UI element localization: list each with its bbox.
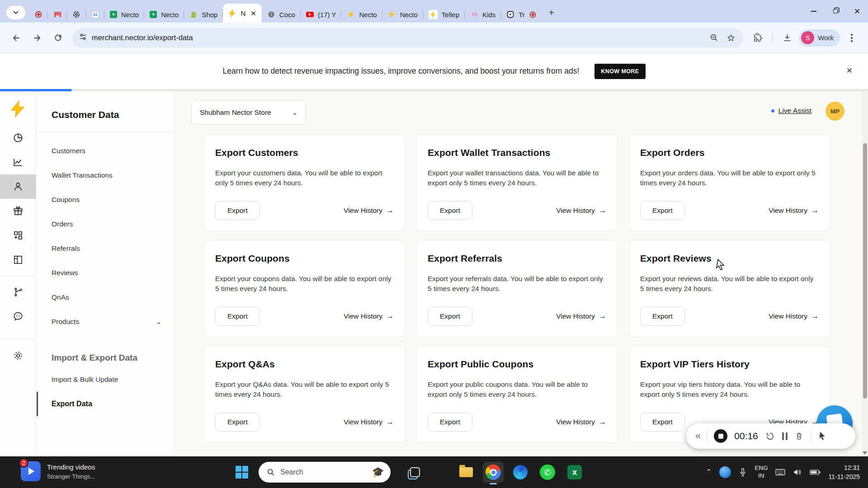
- download-icon[interactable]: [778, 29, 796, 47]
- language-indicator[interactable]: ENGIN: [755, 465, 768, 480]
- tab-gmail[interactable]: [48, 6, 67, 23]
- tab-coco[interactable]: Coco: [262, 6, 301, 23]
- store-selector-dropdown[interactable]: Shubham Nector Store ⌄: [191, 100, 306, 125]
- widgets-button[interactable]: 2 Trending videos Stranger Things...: [21, 461, 95, 481]
- view-history-link[interactable]: View History→: [769, 312, 819, 321]
- tab-shopify[interactable]: Shop: [184, 6, 223, 23]
- sidebar-item-coupons[interactable]: Coupons: [37, 188, 174, 212]
- tray-overflow-chevron-icon[interactable]: ⌃: [706, 468, 712, 476]
- rail-integrations-icon[interactable]: [0, 280, 36, 304]
- start-button[interactable]: [231, 462, 252, 483]
- tray-app-icon[interactable]: [719, 466, 731, 478]
- window-close-button[interactable]: ✕: [846, 0, 868, 23]
- collapse-toolbar-icon[interactable]: «: [695, 430, 700, 442]
- touch-keyboard-icon[interactable]: [775, 469, 785, 476]
- sidebar-item-referrals[interactable]: Referrals: [37, 236, 174, 261]
- new-tab-button[interactable]: +: [545, 6, 558, 19]
- rail-customers-icon[interactable]: [0, 174, 36, 199]
- sidebar-item-products[interactable]: Products⌄: [37, 310, 174, 334]
- tab-tripetto[interactable]: Tr: [501, 6, 542, 23]
- volume-icon[interactable]: [793, 468, 802, 476]
- view-history-link[interactable]: View History→: [556, 206, 606, 215]
- task-view-button[interactable]: [403, 462, 424, 483]
- reload-button[interactable]: [49, 29, 67, 47]
- window-restore-button[interactable]: [825, 0, 846, 23]
- rail-settings-gear-icon[interactable]: [0, 343, 36, 368]
- microphone-icon[interactable]: [739, 467, 747, 477]
- scrollbar-thumb[interactable]: [863, 143, 867, 399]
- window-minimize-button[interactable]: [803, 0, 825, 23]
- forward-button[interactable]: [28, 29, 46, 47]
- view-history-link[interactable]: View History→: [556, 312, 606, 321]
- view-history-link[interactable]: View History→: [344, 206, 394, 215]
- rail-pages-icon[interactable]: [0, 248, 36, 272]
- excel-button[interactable]: x: [564, 462, 585, 483]
- file-explorer-button[interactable]: [456, 462, 476, 483]
- bookmark-star-icon[interactable]: [723, 30, 739, 46]
- sidebar-item-customers[interactable]: Customers: [37, 139, 174, 163]
- tab-nector-sheet-2[interactable]: + Necto: [144, 6, 184, 23]
- tab-youtube[interactable]: (17) Y: [301, 6, 342, 23]
- live-assist-link[interactable]: Live Assist: [771, 107, 811, 115]
- chrome-button[interactable]: [483, 462, 504, 483]
- tab-kids[interactable]: Yo Kids: [465, 6, 501, 23]
- export-button[interactable]: Export: [215, 413, 260, 432]
- rail-rewards-icon[interactable]: [0, 199, 36, 223]
- whatsapp-button[interactable]: ✆: [537, 462, 558, 483]
- stop-recording-button[interactable]: [714, 429, 727, 443]
- sidebar-item-wallet-transactions[interactable]: Wallet Transactions: [37, 163, 174, 188]
- nector-logo-icon[interactable]: [0, 97, 36, 121]
- tab-search-button[interactable]: [6, 6, 25, 19]
- export-button[interactable]: Export: [640, 201, 685, 220]
- delete-recording-icon[interactable]: [794, 431, 804, 441]
- tab-nector-sheet-1[interactable]: + Necto: [104, 6, 144, 23]
- sidebar-item-reviews[interactable]: Reviews: [37, 261, 174, 285]
- browser-menu-icon[interactable]: [843, 29, 861, 47]
- sidebar-item-qnas[interactable]: QnAs: [37, 285, 174, 310]
- tab-chatgpt[interactable]: [67, 6, 86, 23]
- rail-analytics-pie-icon[interactable]: [0, 126, 36, 150]
- tab-nector-active[interactable]: N ✕: [223, 4, 261, 23]
- export-button[interactable]: Export: [215, 307, 260, 326]
- back-button[interactable]: [7, 29, 25, 47]
- page-scrollbar[interactable]: [862, 91, 868, 456]
- scrollbar-down-arrow[interactable]: [863, 451, 867, 455]
- site-settings-icon[interactable]: [79, 33, 87, 43]
- battery-icon[interactable]: [810, 469, 821, 475]
- taskbar-search[interactable]: Search 🎓: [259, 462, 391, 483]
- export-button[interactable]: Export: [428, 307, 472, 326]
- user-avatar[interactable]: MP: [826, 102, 844, 121]
- export-button[interactable]: Export: [640, 307, 685, 326]
- export-button[interactable]: Export: [640, 413, 685, 432]
- know-more-button[interactable]: KNOW MORE: [594, 64, 645, 79]
- view-history-link[interactable]: View History→: [556, 418, 606, 427]
- rail-reports-icon[interactable]: [0, 150, 36, 174]
- tab-telleport[interactable]: Tellep: [423, 6, 465, 23]
- sidebar-item-import-bulk-update[interactable]: Import & Bulk Update: [37, 367, 174, 392]
- view-history-link[interactable]: View History→: [344, 312, 394, 321]
- rail-apps-icon[interactable]: [0, 223, 36, 248]
- url-bar[interactable]: merchant.nector.io/export-data: [72, 28, 743, 48]
- rail-support-chat-icon[interactable]: [0, 304, 36, 328]
- pause-recording-icon[interactable]: [782, 432, 788, 440]
- clock[interactable]: 12:31 11-11-2025: [828, 463, 860, 482]
- edge-button[interactable]: [510, 462, 531, 483]
- export-button[interactable]: Export: [215, 201, 260, 220]
- zoom-indicator-icon[interactable]: [706, 30, 722, 46]
- tab-nector-3[interactable]: Necto: [382, 6, 423, 23]
- cursor-tool-icon[interactable]: [818, 431, 827, 441]
- profile-chip[interactable]: S Work: [799, 29, 840, 47]
- tab-calendar[interactable]: 11: [86, 6, 104, 23]
- url-text[interactable]: merchant.nector.io/export-data: [92, 33, 706, 42]
- restart-recording-icon[interactable]: [765, 431, 775, 441]
- extensions-icon[interactable]: [749, 29, 767, 47]
- export-button[interactable]: Export: [428, 413, 472, 432]
- tab-screen-recorder[interactable]: [29, 6, 48, 23]
- tab-close-icon[interactable]: ✕: [250, 10, 256, 17]
- sidebar-item-orders[interactable]: Orders: [37, 212, 174, 236]
- tab-nector-2[interactable]: Necto: [341, 6, 382, 23]
- view-history-link[interactable]: View History→: [344, 418, 394, 427]
- export-button[interactable]: Export: [428, 201, 472, 220]
- sidebar-item-export-data[interactable]: Export Data: [37, 392, 174, 416]
- banner-close-icon[interactable]: ✕: [846, 66, 853, 75]
